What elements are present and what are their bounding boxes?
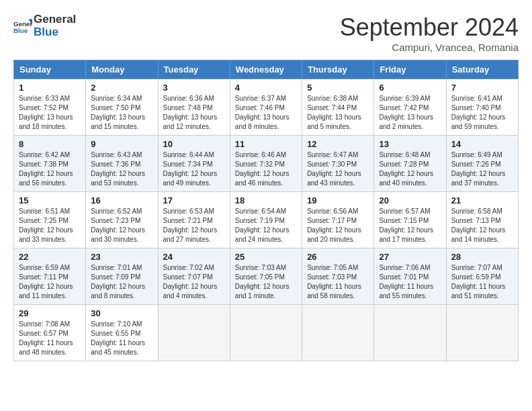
day-info: Sunrise: 6:47 AM Sunset: 7:30 PM Dayligh… bbox=[307, 150, 369, 188]
day-info: Sunrise: 6:37 AM Sunset: 7:46 PM Dayligh… bbox=[235, 94, 297, 132]
day-cell: 3Sunrise: 6:36 AM Sunset: 7:48 PM Daylig… bbox=[158, 79, 230, 136]
day-info: Sunrise: 6:33 AM Sunset: 7:52 PM Dayligh… bbox=[19, 94, 81, 132]
day-number: 17 bbox=[163, 195, 225, 205]
location-subtitle: Campuri, Vrancea, Romania bbox=[340, 42, 519, 53]
day-number: 5 bbox=[307, 83, 369, 93]
day-info: Sunrise: 6:41 AM Sunset: 7:40 PM Dayligh… bbox=[451, 94, 513, 132]
day-number: 21 bbox=[451, 195, 513, 205]
day-number: 7 bbox=[451, 83, 513, 93]
day-cell: 2Sunrise: 6:34 AM Sunset: 7:50 PM Daylig… bbox=[86, 79, 158, 136]
day-cell: 17Sunrise: 6:53 AM Sunset: 7:21 PM Dayli… bbox=[158, 192, 230, 248]
day-info: Sunrise: 6:44 AM Sunset: 7:34 PM Dayligh… bbox=[163, 150, 225, 188]
day-info: Sunrise: 6:53 AM Sunset: 7:21 PM Dayligh… bbox=[163, 207, 225, 244]
day-number: 9 bbox=[91, 139, 152, 149]
day-info: Sunrise: 6:42 AM Sunset: 7:38 PM Dayligh… bbox=[19, 150, 81, 188]
day-info: Sunrise: 6:38 AM Sunset: 7:44 PM Dayligh… bbox=[307, 94, 369, 132]
week-row-2: 8Sunrise: 6:42 AM Sunset: 7:38 PM Daylig… bbox=[14, 136, 519, 192]
logo: General Blue General Blue bbox=[13, 13, 76, 38]
day-cell: 9Sunrise: 6:43 AM Sunset: 7:36 PM Daylig… bbox=[86, 136, 158, 192]
col-thursday: Thursday bbox=[302, 60, 374, 79]
day-cell: 29Sunrise: 7:08 AM Sunset: 6:57 PM Dayli… bbox=[14, 305, 86, 361]
day-cell: 16Sunrise: 6:52 AM Sunset: 7:23 PM Dayli… bbox=[86, 192, 158, 248]
day-info: Sunrise: 7:02 AM Sunset: 7:07 PM Dayligh… bbox=[163, 263, 225, 301]
day-number: 24 bbox=[163, 252, 225, 262]
day-cell: 15Sunrise: 6:51 AM Sunset: 7:25 PM Dayli… bbox=[14, 192, 86, 248]
day-info: Sunrise: 6:54 AM Sunset: 7:19 PM Dayligh… bbox=[235, 207, 297, 244]
col-saturday: Saturday bbox=[446, 60, 518, 79]
day-cell: 6Sunrise: 6:39 AM Sunset: 7:42 PM Daylig… bbox=[374, 79, 446, 136]
header-row: Sunday Monday Tuesday Wednesday Thursday… bbox=[14, 60, 519, 79]
day-number: 20 bbox=[379, 195, 441, 205]
day-info: Sunrise: 6:59 AM Sunset: 7:11 PM Dayligh… bbox=[19, 263, 81, 301]
day-cell: 22Sunrise: 6:59 AM Sunset: 7:11 PM Dayli… bbox=[14, 248, 86, 305]
day-number: 29 bbox=[19, 308, 81, 318]
day-info: Sunrise: 7:08 AM Sunset: 6:57 PM Dayligh… bbox=[19, 320, 81, 357]
day-info: Sunrise: 6:48 AM Sunset: 7:28 PM Dayligh… bbox=[379, 150, 441, 188]
month-title: September 2024 bbox=[340, 13, 519, 42]
day-number: 25 bbox=[235, 252, 297, 262]
day-info: Sunrise: 6:36 AM Sunset: 7:48 PM Dayligh… bbox=[163, 94, 225, 132]
day-info: Sunrise: 7:07 AM Sunset: 6:59 PM Dayligh… bbox=[451, 263, 513, 301]
day-info: Sunrise: 6:51 AM Sunset: 7:25 PM Dayligh… bbox=[19, 207, 81, 244]
day-cell: 20Sunrise: 6:57 AM Sunset: 7:15 PM Dayli… bbox=[374, 192, 446, 248]
col-friday: Friday bbox=[374, 60, 446, 79]
day-info: Sunrise: 6:46 AM Sunset: 7:32 PM Dayligh… bbox=[235, 150, 297, 188]
day-cell: 24Sunrise: 7:02 AM Sunset: 7:07 PM Dayli… bbox=[158, 248, 230, 305]
day-number: 27 bbox=[379, 252, 441, 262]
col-sunday: Sunday bbox=[14, 60, 86, 79]
day-cell bbox=[158, 305, 230, 361]
day-cell bbox=[230, 305, 302, 361]
day-cell: 7Sunrise: 6:41 AM Sunset: 7:40 PM Daylig… bbox=[446, 79, 518, 136]
day-number: 30 bbox=[91, 308, 152, 318]
day-info: Sunrise: 7:10 AM Sunset: 6:55 PM Dayligh… bbox=[91, 320, 152, 357]
logo-line2: Blue bbox=[34, 26, 76, 39]
day-cell: 26Sunrise: 7:05 AM Sunset: 7:03 PM Dayli… bbox=[302, 248, 374, 305]
header: General Blue General Blue September 2024… bbox=[13, 13, 519, 53]
day-info: Sunrise: 6:49 AM Sunset: 7:26 PM Dayligh… bbox=[451, 150, 513, 188]
day-cell: 5Sunrise: 6:38 AM Sunset: 7:44 PM Daylig… bbox=[302, 79, 374, 136]
day-cell bbox=[374, 305, 446, 361]
col-monday: Monday bbox=[86, 60, 158, 79]
title-block: September 2024 Campuri, Vrancea, Romania bbox=[340, 13, 519, 53]
day-number: 18 bbox=[235, 195, 297, 205]
day-info: Sunrise: 7:06 AM Sunset: 7:01 PM Dayligh… bbox=[379, 263, 441, 301]
day-number: 22 bbox=[19, 252, 81, 262]
svg-text:Blue: Blue bbox=[13, 26, 28, 34]
day-number: 12 bbox=[307, 139, 369, 149]
day-cell: 14Sunrise: 6:49 AM Sunset: 7:26 PM Dayli… bbox=[446, 136, 518, 192]
week-row-3: 15Sunrise: 6:51 AM Sunset: 7:25 PM Dayli… bbox=[14, 192, 519, 248]
logo-line1: General bbox=[34, 13, 76, 26]
day-info: Sunrise: 6:34 AM Sunset: 7:50 PM Dayligh… bbox=[91, 94, 152, 132]
day-number: 19 bbox=[307, 195, 369, 205]
day-info: Sunrise: 6:52 AM Sunset: 7:23 PM Dayligh… bbox=[91, 207, 152, 244]
day-info: Sunrise: 6:56 AM Sunset: 7:17 PM Dayligh… bbox=[307, 207, 369, 244]
day-cell: 21Sunrise: 6:58 AM Sunset: 7:13 PM Dayli… bbox=[446, 192, 518, 248]
day-cell bbox=[446, 305, 518, 361]
day-cell: 23Sunrise: 7:01 AM Sunset: 7:09 PM Dayli… bbox=[86, 248, 158, 305]
day-info: Sunrise: 6:43 AM Sunset: 7:36 PM Dayligh… bbox=[91, 150, 152, 188]
day-number: 26 bbox=[307, 252, 369, 262]
day-number: 15 bbox=[19, 195, 81, 205]
day-number: 28 bbox=[451, 252, 513, 262]
day-cell: 13Sunrise: 6:48 AM Sunset: 7:28 PM Dayli… bbox=[374, 136, 446, 192]
day-info: Sunrise: 6:57 AM Sunset: 7:15 PM Dayligh… bbox=[379, 207, 441, 244]
day-cell: 11Sunrise: 6:46 AM Sunset: 7:32 PM Dayli… bbox=[230, 136, 302, 192]
day-cell: 19Sunrise: 6:56 AM Sunset: 7:17 PM Dayli… bbox=[302, 192, 374, 248]
day-info: Sunrise: 6:58 AM Sunset: 7:13 PM Dayligh… bbox=[451, 207, 513, 244]
day-number: 11 bbox=[235, 139, 297, 149]
day-cell: 18Sunrise: 6:54 AM Sunset: 7:19 PM Dayli… bbox=[230, 192, 302, 248]
day-cell: 1Sunrise: 6:33 AM Sunset: 7:52 PM Daylig… bbox=[14, 79, 86, 136]
day-number: 14 bbox=[451, 139, 513, 149]
day-number: 8 bbox=[19, 139, 81, 149]
day-info: Sunrise: 6:39 AM Sunset: 7:42 PM Dayligh… bbox=[379, 94, 441, 132]
week-row-5: 29Sunrise: 7:08 AM Sunset: 6:57 PM Dayli… bbox=[14, 305, 519, 361]
day-number: 13 bbox=[379, 139, 441, 149]
day-number: 4 bbox=[235, 83, 297, 93]
day-cell: 30Sunrise: 7:10 AM Sunset: 6:55 PM Dayli… bbox=[86, 305, 158, 361]
day-info: Sunrise: 7:03 AM Sunset: 7:05 PM Dayligh… bbox=[235, 263, 297, 301]
col-wednesday: Wednesday bbox=[230, 60, 302, 79]
day-info: Sunrise: 7:01 AM Sunset: 7:09 PM Dayligh… bbox=[91, 263, 152, 301]
day-number: 16 bbox=[91, 195, 152, 205]
day-cell: 28Sunrise: 7:07 AM Sunset: 6:59 PM Dayli… bbox=[446, 248, 518, 305]
day-cell: 4Sunrise: 6:37 AM Sunset: 7:46 PM Daylig… bbox=[230, 79, 302, 136]
